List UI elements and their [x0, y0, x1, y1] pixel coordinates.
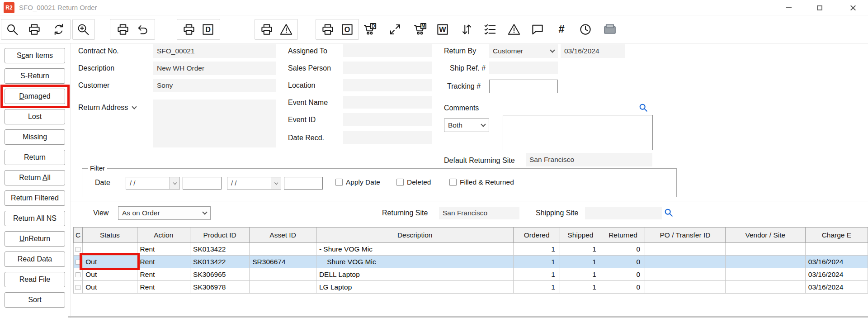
table-cell[interactable]: [74, 281, 83, 294]
table-cell[interactable]: 03/16/2024: [805, 281, 868, 294]
table-cell[interactable]: [645, 268, 726, 281]
print-icon[interactable]: [25, 20, 44, 39]
table-cell[interactable]: [83, 243, 137, 256]
table-cell[interactable]: 1: [560, 268, 601, 281]
column-header-c[interactable]: C: [74, 228, 83, 243]
table-cell[interactable]: [725, 256, 805, 268]
row-checkbox[interactable]: [75, 247, 80, 252]
search-icon[interactable]: [3, 20, 22, 39]
table-cell[interactable]: 0: [601, 268, 645, 281]
column-header-shipped[interactable]: Shipped: [560, 228, 601, 243]
table-cell[interactable]: 1: [514, 281, 560, 294]
tracking-input[interactable]: [489, 80, 558, 93]
clock-icon[interactable]: [576, 20, 595, 39]
boxed-letter-o-icon[interactable]: O: [338, 20, 357, 39]
table-cell[interactable]: DELL Laptop: [316, 268, 513, 281]
row-checkbox[interactable]: [75, 260, 80, 265]
table-cell[interactable]: Rent: [137, 268, 190, 281]
event-id-field[interactable]: [343, 113, 432, 126]
table-cell[interactable]: [725, 268, 805, 281]
cart-letter-d-icon[interactable]: D: [360, 20, 379, 39]
row-checkbox[interactable]: [75, 285, 80, 290]
table-cell[interactable]: 1: [514, 268, 560, 281]
hash-icon[interactable]: #: [552, 20, 571, 39]
table-cell[interactable]: Rent: [137, 243, 190, 256]
sidebar-button-unreturn[interactable]: UnReturn: [5, 231, 65, 247]
table-cell[interactable]: 1: [514, 256, 560, 268]
boxed-letter-w-icon[interactable]: W: [433, 20, 452, 39]
return-address-box[interactable]: [153, 100, 276, 147]
sidebar-button-return-all-ns[interactable]: Return All NS: [5, 211, 65, 226]
comments-box[interactable]: [503, 115, 653, 150]
ship-ref-field[interactable]: [489, 62, 558, 74]
sidebar-button-sort[interactable]: Sort: [5, 292, 65, 308]
table-cell[interactable]: 03/16/2024: [805, 256, 868, 268]
table-cell[interactable]: Out: [83, 268, 137, 281]
table-cell[interactable]: SK306978: [190, 281, 250, 294]
filter-date-from-select[interactable]: / /: [126, 177, 180, 190]
table-cell[interactable]: SK306965: [190, 268, 250, 281]
date-recd-field[interactable]: [343, 131, 432, 144]
comment-icon[interactable]: [528, 20, 547, 39]
sidebar-button-return-all[interactable]: Return All: [5, 170, 65, 185]
table-cell[interactable]: [645, 243, 726, 256]
filter-time-from-input[interactable]: [183, 177, 222, 190]
boxed-letter-d-icon[interactable]: D: [198, 20, 217, 39]
table-cell[interactable]: 1: [560, 281, 601, 294]
column-header-ordered[interactable]: Ordered: [514, 228, 560, 243]
filter-date-to-select[interactable]: / /: [227, 177, 281, 190]
description-field[interactable]: New WH Order: [153, 62, 276, 75]
minimize-button[interactable]: [778, 0, 798, 15]
sidebar-button-read-data[interactable]: Read Data: [5, 252, 65, 267]
expand-icon[interactable]: [386, 20, 405, 39]
sidebar-button-return-filtered[interactable]: Return Filtered: [5, 190, 65, 206]
table-cell[interactable]: [645, 281, 726, 294]
table-cell[interactable]: 0: [601, 256, 645, 268]
table-cell[interactable]: Rent: [137, 281, 190, 294]
column-header-asset-id[interactable]: Asset ID: [250, 228, 316, 243]
sidebar-button-return[interactable]: Return: [5, 150, 65, 165]
sort-arrows-icon[interactable]: [457, 20, 476, 39]
contract-no-field[interactable]: SFO_00021: [153, 44, 276, 58]
table-cell[interactable]: [250, 268, 316, 281]
table-cell[interactable]: [74, 268, 83, 281]
table-cell[interactable]: [250, 243, 316, 256]
sidebar-button-damaged[interactable]: Damaged: [5, 89, 65, 104]
refresh-icon[interactable]: [49, 20, 68, 39]
column-header-action[interactable]: Action: [137, 228, 190, 243]
filled-returned-checkbox[interactable]: Filled & Returned: [449, 178, 514, 186]
table-row[interactable]: OutRentSK013422SR306674 Shure VOG Mic110…: [74, 256, 868, 268]
table-row[interactable]: OutRentSK306965DELL Laptop11003/16/2024: [74, 268, 868, 281]
undo-icon[interactable]: [133, 20, 152, 39]
table-cell[interactable]: [74, 243, 83, 256]
table-cell[interactable]: 03/16/2024: [805, 268, 868, 281]
dropdown-button[interactable]: [271, 177, 281, 189]
apply-date-checkbox[interactable]: Apply Date: [335, 178, 380, 186]
table-cell[interactable]: [725, 281, 805, 294]
table-row[interactable]: OutRentSK306978LG Laptop11003/16/2024: [74, 281, 868, 294]
column-header-vendor-site[interactable]: Vendor / Site: [725, 228, 805, 243]
row-checkbox[interactable]: [75, 272, 80, 277]
zoom-in-icon[interactable]: [74, 20, 93, 39]
sidebar-button-read-file[interactable]: Read File: [5, 272, 65, 287]
sidebar-button-scan-items[interactable]: Scan Items: [5, 48, 65, 63]
shipping-site-search-icon[interactable]: [664, 208, 674, 218]
table-row[interactable]: RentSK013422- Shure VOG Mic110: [74, 243, 868, 256]
table-cell[interactable]: Shure VOG Mic: [316, 256, 513, 268]
column-header-po-transfer-id[interactable]: PO / Transfer ID: [645, 228, 726, 243]
view-select[interactable]: As on Order: [118, 206, 211, 220]
table-cell[interactable]: 1: [514, 243, 560, 256]
table-cell[interactable]: [74, 256, 83, 268]
return-by-date-field[interactable]: 03/16/2024: [561, 44, 625, 58]
warning-icon[interactable]: [277, 20, 296, 39]
sidebar-button-s-return[interactable]: S-Return: [5, 68, 65, 84]
customer-field[interactable]: Sony: [153, 79, 276, 92]
deleted-checkbox[interactable]: Deleted: [396, 178, 431, 186]
comments-mode-select[interactable]: Both: [444, 119, 489, 132]
location-field[interactable]: [343, 79, 432, 91]
sidebar-button-lost[interactable]: Lost: [5, 109, 65, 124]
returning-site-field[interactable]: San Francisco: [439, 207, 519, 219]
table-cell[interactable]: [805, 243, 868, 256]
column-header-returned[interactable]: Returned: [601, 228, 645, 243]
print-icon[interactable]: [257, 20, 276, 39]
